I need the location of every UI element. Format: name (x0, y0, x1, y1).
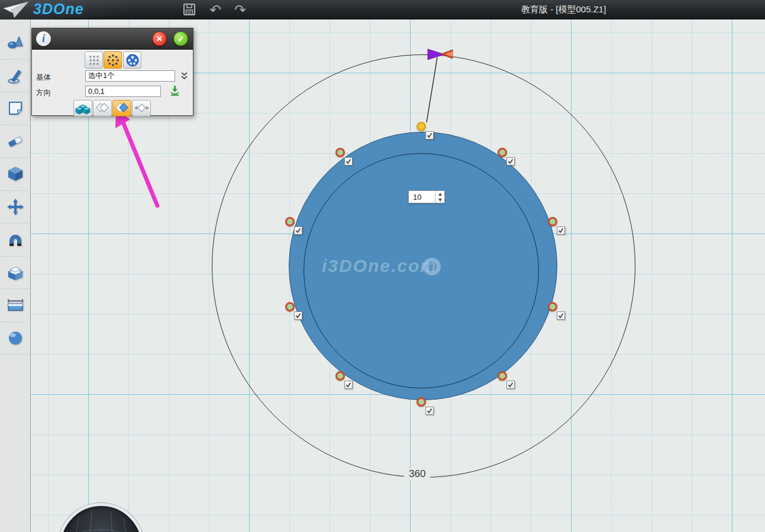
sidebar-item-sketch[interactable] (0, 60, 31, 93)
sweep-angle-label: 360 (404, 468, 430, 480)
spinner-down-button[interactable] (435, 197, 444, 203)
app-logo-text: 3DOne (33, 1, 84, 18)
watermark: i3DOne.com (322, 256, 476, 276)
pattern-instance-marker[interactable] (498, 371, 507, 381)
linear-pattern-icon (88, 54, 100, 66)
pattern-instance-checkbox[interactable] (344, 381, 353, 389)
view-navigation-ball[interactable] (58, 503, 144, 532)
sketch-pencil-icon (7, 67, 24, 85)
checkmark-icon (427, 132, 432, 138)
render-sphere-icon (7, 329, 24, 347)
alignment-arrows-button[interactable] (132, 100, 151, 116)
circular-pattern-icon (106, 54, 120, 67)
redo-button[interactable]: ↷ (232, 2, 248, 18)
instance-count-input[interactable] (409, 191, 435, 203)
pattern-instance-marker[interactable] (417, 397, 426, 407)
save-button[interactable] (181, 2, 198, 18)
up-arrow-icon (438, 193, 442, 196)
checkmark-icon (295, 228, 301, 233)
navball-wireframe (64, 511, 138, 532)
stacked-cubes-icon (75, 100, 91, 116)
sidebar-item-primitives[interactable] (0, 27, 31, 60)
checkmark-icon (427, 408, 432, 414)
pattern-instance-checkbox[interactable] (294, 312, 302, 320)
pattern-instance-checkbox[interactable] (557, 226, 565, 235)
diamond-arrows-icon (134, 102, 149, 115)
move-arrows-icon (7, 198, 24, 216)
alignment-none-button[interactable] (93, 100, 112, 116)
undo-icon: ↶ (209, 2, 221, 18)
sidebar-item-move[interactable] (0, 191, 31, 224)
circular-pattern-button[interactable] (104, 51, 122, 69)
pattern-instance-checkbox[interactable] (425, 131, 434, 140)
app-window: i3DOne.com 360 (0, 0, 765, 532)
pattern-instance-marker[interactable] (548, 302, 557, 312)
count-spinner (435, 191, 444, 203)
linear-pattern-button[interactable] (85, 51, 103, 69)
sidebar-item-section[interactable] (0, 289, 31, 322)
pattern-instance-checkbox[interactable] (506, 381, 515, 389)
sidebar-item-combine[interactable] (0, 257, 31, 290)
checkmark-icon (346, 158, 351, 164)
sketch-plane-icon (7, 99, 24, 117)
section-bar-icon (7, 296, 24, 314)
stacked-instances-button[interactable] (73, 100, 92, 116)
solid-cube-icon (7, 165, 24, 183)
base-field-label: 基体 (36, 73, 51, 83)
document-title: 教育版 - [模型005.Z1] (521, 4, 606, 15)
pattern-dialog: i ✕ ✓ (31, 28, 193, 116)
cancel-button[interactable]: ✕ (152, 31, 167, 46)
dialog-header: i ✕ ✓ (32, 28, 193, 50)
sidebar-item-eraser[interactable] (0, 125, 31, 158)
confirm-button[interactable]: ✓ (173, 31, 188, 46)
title-bar: 3DOne ↶ ↷ 教育版 - [模型005.Z1] (0, 0, 765, 20)
direction-field-label: 方向 (36, 88, 51, 98)
checkmark-icon (558, 228, 564, 233)
down-arrow-icon (438, 199, 442, 202)
pattern-instance-checkbox[interactable] (557, 312, 565, 320)
spherical-pattern-icon (126, 54, 139, 67)
pattern-instance-checkbox[interactable] (425, 407, 434, 415)
sidebar-item-render[interactable] (0, 322, 31, 355)
leader-line (427, 57, 437, 122)
save-icon (182, 2, 196, 17)
direction-field-input[interactable] (85, 86, 161, 97)
rotation-handle[interactable] (390, 44, 473, 130)
watermark-logo-icon (423, 258, 441, 275)
expand-chevron-icon[interactable] (180, 72, 188, 82)
watermark-text: i3DOne.com (322, 256, 437, 275)
open-box-icon (7, 264, 24, 281)
pattern-instance-marker[interactable] (548, 217, 557, 226)
direction-pick-icon[interactable] (170, 85, 180, 98)
checkmark-icon (558, 313, 564, 319)
pattern-instance-marker[interactable] (335, 371, 345, 381)
redo-icon: ↷ (234, 2, 246, 18)
undo-button[interactable]: ↶ (207, 2, 224, 18)
navball-graphic (61, 506, 141, 532)
sidebar-item-solid-edit[interactable] (0, 158, 31, 191)
app-logo-icon (2, 1, 30, 19)
white-blue-diamond-icon (114, 102, 130, 115)
sidebar-item-sketch-plane[interactable] (0, 92, 31, 125)
eraser-icon (7, 132, 24, 150)
sidebar-item-assembly[interactable] (0, 223, 31, 257)
double-diamond-icon (95, 102, 110, 115)
instance-count-box (408, 190, 445, 203)
spherical-pattern-button[interactable] (123, 51, 141, 69)
checkmark-icon (346, 382, 351, 388)
info-icon[interactable]: i (36, 31, 51, 46)
tool-sidebar (0, 20, 31, 532)
magnet-icon (7, 231, 24, 248)
pattern-instance-checkbox[interactable] (506, 157, 515, 166)
solid-primitives-icon (7, 34, 24, 51)
pattern-instance-checkbox[interactable] (294, 226, 302, 235)
pattern-instance-checkbox[interactable] (344, 157, 353, 166)
pattern-instance-marker-active[interactable] (417, 122, 426, 131)
checkmark-icon (508, 158, 514, 164)
checkmark-icon (295, 313, 301, 319)
alignment-aligned-button[interactable] (112, 100, 131, 116)
base-field-input[interactable] (85, 70, 175, 82)
checkmark-icon (508, 382, 514, 388)
spinner-up-button[interactable] (435, 191, 444, 197)
